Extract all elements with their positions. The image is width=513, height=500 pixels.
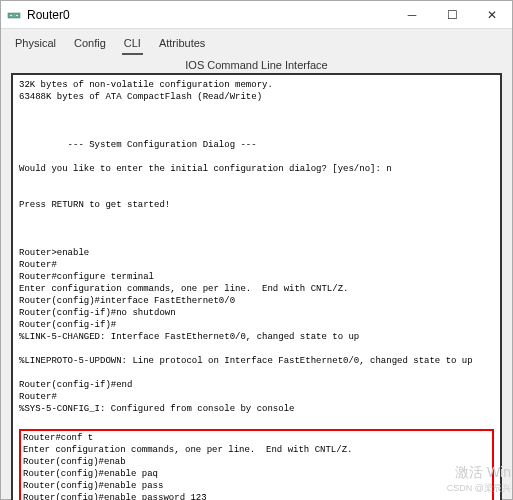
tab-bar: Physical Config CLI Attributes [1,29,512,55]
window-title: Router0 [27,8,392,22]
close-button[interactable]: ✕ [472,1,512,29]
panel-subtitle: IOS Command Line Interface [1,55,512,73]
tab-cli[interactable]: CLI [122,35,143,55]
tab-config[interactable]: Config [72,35,108,55]
maximize-button[interactable]: ☐ [432,1,472,29]
window-buttons: ─ ☐ ✕ [392,1,512,29]
svg-rect-0 [8,13,20,18]
router-window: Router0 ─ ☐ ✕ Physical Config CLI Attrib… [0,0,513,500]
app-icon [7,8,21,22]
titlebar: Router0 ─ ☐ ✕ [1,1,512,29]
terminal-container: 32K bytes of non-volatile configuration … [1,73,512,500]
tab-attributes[interactable]: Attributes [157,35,207,55]
cli-terminal[interactable]: 32K bytes of non-volatile configuration … [11,73,502,500]
minimize-button[interactable]: ─ [392,1,432,29]
tab-physical[interactable]: Physical [13,35,58,55]
